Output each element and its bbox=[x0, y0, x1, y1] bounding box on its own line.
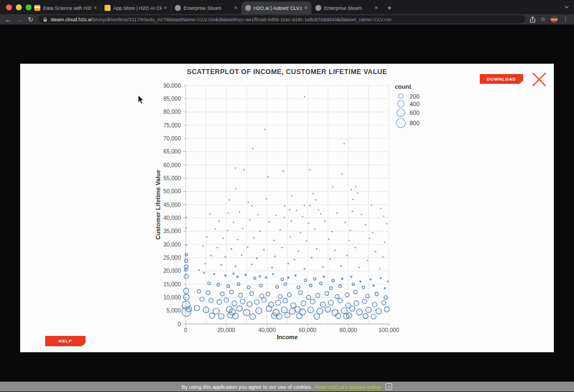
profile-avatar[interactable] bbox=[551, 16, 558, 23]
legend-circle-icon bbox=[395, 118, 408, 128]
tab-label: Enterprise Steam bbox=[324, 5, 373, 11]
svg-text:Income: Income bbox=[277, 334, 298, 340]
svg-text:0: 0 bbox=[184, 327, 187, 333]
tab-close-icon[interactable]: × bbox=[94, 5, 97, 11]
svg-text:0: 0 bbox=[178, 321, 181, 327]
url-bar[interactable]: steam.cloud.h2o.ai /proxy/driverless/211… bbox=[38, 15, 525, 23]
bookmark-star-icon[interactable]: ☆ bbox=[540, 16, 546, 22]
legend-item: 400 bbox=[395, 100, 419, 108]
tab-bar: Data Science with H2O.ai - Go × App Stor… bbox=[0, 0, 574, 14]
toolbar-actions: ☆ ⋮ bbox=[530, 16, 569, 23]
tab-label: H2O.ai | Autoviz CLV.csv bbox=[254, 5, 302, 11]
globe-favicon-icon bbox=[315, 5, 321, 11]
tab-label: Enterprise Steam bbox=[184, 5, 232, 11]
browser-window: Data Science with H2O.ai - Go × App Stor… bbox=[0, 0, 574, 392]
tab-enterprise-steam-1[interactable]: Enterprise Steam × bbox=[171, 2, 241, 14]
back-icon[interactable]: ← bbox=[5, 16, 11, 23]
svg-text:90,000: 90,000 bbox=[163, 82, 181, 89]
svg-text:80,000: 80,000 bbox=[339, 327, 357, 333]
browser-menu-icon[interactable]: ⋮ bbox=[563, 16, 569, 22]
tab-autoviz-active[interactable]: H2O.ai | Autoviz CLV.csv × bbox=[241, 2, 312, 14]
svg-text:85,000: 85,000 bbox=[163, 95, 181, 102]
legend-count-label: 200 bbox=[410, 93, 419, 100]
svg-text:60,000: 60,000 bbox=[299, 327, 316, 333]
tab-close-icon[interactable]: × bbox=[164, 5, 167, 11]
cookie-consent-bar: By using this application you agree to o… bbox=[0, 382, 574, 391]
tab-close-icon[interactable]: × bbox=[234, 5, 237, 11]
tab-close-icon[interactable]: × bbox=[304, 5, 308, 11]
page-background: SCATTERPLOT OF INCOME, CUSTOMER LIFETIME… bbox=[0, 24, 574, 382]
svg-text:65,000: 65,000 bbox=[163, 148, 181, 155]
autoviz-chart-card: SCATTERPLOT OF INCOME, CUSTOMER LIFETIME… bbox=[20, 64, 554, 352]
legend-count-label: 800 bbox=[410, 120, 419, 126]
legend-count-label: 400 bbox=[410, 101, 419, 107]
tab-app-store[interactable]: App Store | H2O AI Cloud × bbox=[101, 2, 171, 14]
svg-text:Customer Lifetime Value: Customer Lifetime Value bbox=[155, 170, 161, 240]
svg-text:80,000: 80,000 bbox=[163, 108, 181, 115]
svg-text:75,000: 75,000 bbox=[163, 122, 181, 128]
svg-text:30,000: 30,000 bbox=[163, 241, 181, 248]
new-tab-button[interactable]: + bbox=[387, 2, 392, 14]
svg-text:50,000: 50,000 bbox=[163, 188, 181, 194]
scatterplot: 05,00010,00015,00020,00025,00030,00035,0… bbox=[20, 64, 554, 352]
chevron-down-icon[interactable] bbox=[564, 5, 569, 9]
legend-circle-icon bbox=[395, 108, 408, 118]
forward-icon[interactable]: → bbox=[16, 16, 23, 23]
svg-text:15,000: 15,000 bbox=[163, 281, 181, 287]
globe-favicon-icon bbox=[245, 5, 251, 11]
svg-text:60,000: 60,000 bbox=[163, 162, 181, 168]
reload-icon[interactable]: ↻ bbox=[28, 16, 33, 23]
h2o-docs-favicon-icon bbox=[34, 5, 40, 11]
minimize-window-button[interactable] bbox=[16, 4, 22, 10]
cookie-close-button[interactable]: × bbox=[386, 383, 392, 390]
svg-text:5,000: 5,000 bbox=[167, 307, 181, 314]
cookie-message: By using this application you agree to o… bbox=[182, 384, 313, 390]
svg-text:40,000: 40,000 bbox=[163, 215, 181, 221]
tab-data-science[interactable]: Data Science with H2O.ai - Go × bbox=[30, 2, 101, 14]
svg-text:25,000: 25,000 bbox=[163, 254, 181, 261]
help-button[interactable]: HELP bbox=[45, 336, 86, 346]
svg-text:10,000: 10,000 bbox=[163, 294, 181, 301]
tab-label: Data Science with H2O.ai - Go bbox=[43, 5, 91, 11]
tab-label: App Store | H2O AI Cloud bbox=[113, 5, 162, 11]
svg-text:35,000: 35,000 bbox=[163, 228, 181, 234]
svg-text:100,000: 100,000 bbox=[378, 327, 399, 333]
url-domain: steam.cloud.h2o.ai bbox=[51, 17, 92, 22]
legend-item: 200 bbox=[395, 93, 419, 100]
svg-text:40,000: 40,000 bbox=[258, 327, 276, 333]
mouse-cursor bbox=[138, 95, 144, 105]
tabs: Data Science with H2O.ai - Go × App Stor… bbox=[30, 2, 392, 14]
legend-rows: 200 400 600 800 bbox=[395, 93, 419, 128]
size-legend: count 200 400 600 800 bbox=[395, 83, 419, 128]
close-window-button[interactable] bbox=[6, 4, 12, 10]
browser-toolbar: ← → ↻ steam.cloud.h2o.ai /proxy/driverle… bbox=[0, 14, 574, 24]
svg-text:70,000: 70,000 bbox=[163, 135, 181, 142]
h2o-cloud-favicon-icon bbox=[105, 5, 111, 11]
legend-circle-icon bbox=[395, 100, 408, 108]
window-controls bbox=[6, 4, 32, 10]
legend-item: 600 bbox=[395, 108, 419, 118]
globe-favicon-icon bbox=[175, 5, 181, 11]
privacy-policy-link[interactable]: Read H2O.ai's privacy policy bbox=[314, 384, 380, 390]
tab-close-icon[interactable]: × bbox=[375, 5, 378, 11]
legend-item: 800 bbox=[395, 118, 419, 128]
svg-text:20,000: 20,000 bbox=[163, 267, 181, 274]
tab-enterprise-steam-2[interactable]: Enterprise Steam × bbox=[312, 2, 382, 14]
svg-text:20,000: 20,000 bbox=[218, 327, 235, 333]
lock-icon bbox=[43, 17, 47, 22]
legend-title: count bbox=[395, 83, 419, 90]
legend-circle-icon bbox=[395, 93, 408, 100]
legend-count-label: 600 bbox=[410, 109, 419, 116]
share-icon[interactable] bbox=[530, 16, 535, 23]
svg-text:45,000: 45,000 bbox=[163, 201, 181, 208]
url-path: /proxy/driverless/2117/#/auto_viz?datase… bbox=[92, 17, 392, 22]
svg-text:55,000: 55,000 bbox=[163, 175, 181, 181]
